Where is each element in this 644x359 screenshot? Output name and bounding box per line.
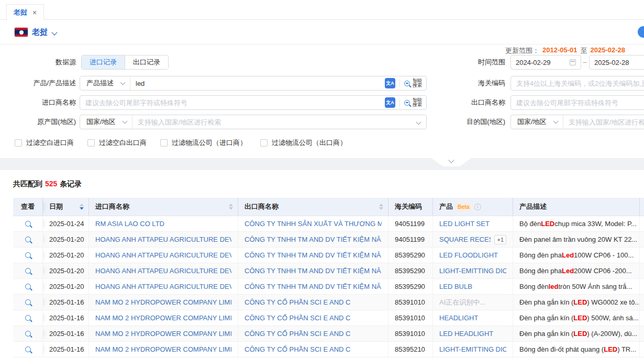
product-link[interactable]: LED FLOODLIGHT [439, 251, 498, 259]
exporter-link[interactable]: CÔNG TY CỔ PHẦN SCI E AND C [245, 330, 351, 338]
view-cell[interactable] [13, 310, 43, 326]
sort-ascending-icon[interactable] [229, 204, 233, 206]
exporter-link[interactable]: CÔNG TY TNHH SẢN XUẤT VÀ THƯƠNG M... [245, 220, 382, 228]
view-magnifier-icon[interactable] [25, 299, 31, 305]
exporter-link[interactable]: CÔNG TY TNHH TM AND DV TIẾT KIỆM NĂ... [245, 251, 382, 259]
product-link[interactable]: LED LIGHT SET [439, 220, 490, 228]
view-cell[interactable] [13, 342, 43, 357]
country-selector[interactable]: 老挝 [32, 27, 48, 37]
product-link[interactable]: SQUARE RECESS... [439, 235, 491, 243]
info-icon[interactable]: i [474, 204, 481, 210]
checkbox-icon[interactable] [87, 139, 95, 147]
column-header-date[interactable]: 日期 [43, 198, 89, 216]
floating-assistant-button[interactable] [638, 26, 644, 38]
checkbox-icon[interactable] [160, 139, 168, 147]
keyword-highlight: Led [562, 267, 574, 275]
product-link[interactable]: HEADLIGHT [439, 314, 478, 322]
view-magnifier-icon[interactable] [25, 237, 31, 242]
destination-country-input[interactable] [563, 115, 644, 129]
exporter-link[interactable]: CÔNG TY TNHH TM AND DV TIẾT KIỆM NĂ... [245, 267, 382, 275]
view-magnifier-icon[interactable] [25, 331, 31, 336]
import-records-button[interactable]: 进口记录 [82, 55, 125, 69]
search-icon [404, 100, 410, 106]
product-type-select[interactable]: 产品描述 [80, 76, 130, 90]
close-icon[interactable]: × [32, 9, 37, 16]
sort-descending-icon[interactable] [80, 207, 84, 210]
sort-ascending-icon[interactable] [379, 204, 383, 206]
importer-link[interactable]: HOANG ANH ATTAPEU AGRICULTURE DEVE... [95, 283, 231, 290]
view-magnifier-icon[interactable] [25, 221, 31, 227]
product-link[interactable]: LED BULB [439, 283, 472, 290]
sort-ascending-icon[interactable] [80, 204, 84, 206]
translate-icon[interactable]: 文A [385, 78, 395, 88]
importer-link[interactable]: NAM MO 2 HYDROPOWER COMPANY LIMI... [95, 298, 231, 306]
product-link[interactable]: LIGHT-EMITTING DIO... [439, 267, 506, 275]
exporter-cell: CÔNG TY CỔ PHẦN SCI E AND C [238, 342, 388, 357]
start-date-picker[interactable]: 2024-02-29 [510, 55, 581, 70]
view-magnifier-icon[interactable] [25, 315, 31, 321]
page-background-strip [0, 158, 644, 170]
product-link[interactable]: LED HEADLIGHT [439, 330, 493, 338]
export-records-button[interactable]: 出口记录 [125, 55, 168, 69]
product-link[interactable]: LIGHT-EMITTING DIO... [439, 345, 506, 353]
sort-control[interactable] [379, 204, 383, 210]
view-cell[interactable] [13, 248, 43, 263]
keyword-highlight: LED [541, 220, 554, 228]
product-cell: HEADLIGHT [433, 310, 513, 326]
importer-link[interactable]: NAM MO 2 HYDROPOWER COMPANY LIMI... [95, 314, 231, 322]
checkbox-filter-blank-exporter[interactable]: 过滤空白出口商 [87, 138, 147, 148]
importer-link[interactable]: NAM MO 2 HYDROPOWER COMPANY LIMI... [95, 345, 231, 353]
importer-link[interactable]: HOANG ANH ATTAPEU AGRICULTURE DEVE... [95, 251, 231, 259]
product-search-input[interactable] [130, 76, 381, 90]
tab-laos[interactable]: 老挝 × [6, 4, 44, 20]
end-date-picker[interactable]: 2025-02-28 [589, 55, 644, 70]
destination-type-select[interactable]: 国家/地区 [511, 115, 563, 129]
checkbox-filter-blank-importer[interactable]: 过滤空白进口商 [15, 138, 74, 148]
importer-link[interactable]: HOANG ANH ATTAPEU AGRICULTURE DEVE... [95, 267, 231, 275]
checkbox-icon[interactable] [260, 139, 268, 147]
exporter-name-input[interactable] [511, 96, 644, 109]
view-cell[interactable] [13, 216, 43, 231]
product-field-group: 产品描述 文A 智能 搜索 [80, 76, 427, 91]
importer-link[interactable]: RM ASIA LAO CO LTD [95, 220, 164, 228]
importer-cell: NAM MO 2 HYDROPOWER COMPANY LIMI... [89, 342, 238, 357]
sort-control[interactable] [80, 204, 84, 210]
exporter-link[interactable]: CÔNG TY CỔ PHẦN SCI E AND C [245, 298, 351, 306]
more-products-badge[interactable]: +1 [494, 235, 506, 244]
keyword-highlight: LED [573, 314, 587, 322]
column-header-importer[interactable]: 进口商名称 [89, 198, 238, 216]
view-magnifier-icon[interactable] [25, 268, 31, 274]
view-cell[interactable] [13, 232, 43, 247]
exporter-link[interactable]: CÔNG TY TNHH TM AND DV TIẾT KIỆM NĂ... [245, 283, 382, 290]
importer-link[interactable]: NAM MO 2 HYDROPOWER COMPANY LIMI... [95, 330, 231, 338]
view-magnifier-icon[interactable] [25, 284, 31, 289]
origin-type-select[interactable]: 国家/地区 [80, 115, 132, 129]
sort-control[interactable] [229, 204, 233, 210]
view-cell[interactable] [13, 326, 43, 341]
sort-descending-icon[interactable] [379, 207, 383, 210]
view-cell[interactable] [13, 263, 43, 278]
exporter-link[interactable]: CÔNG TY TNHH TM AND DV TIẾT KIỆM NĂ... [245, 235, 382, 243]
origin-type-value: 国家/地区 [86, 117, 116, 127]
view-magnifier-icon[interactable] [25, 252, 31, 258]
checkbox-filter-logistics-exporter[interactable]: 过滤物流公司（出口商） [260, 138, 347, 148]
table-row: 2025-01-20HOANG ANH ATTAPEU AGRICULTURE … [13, 279, 644, 295]
sort-descending-icon[interactable] [229, 207, 233, 210]
description-text: ) 500W, ánh sá... [587, 314, 638, 322]
importer-link[interactable]: HOANG ANH ATTAPEU AGRICULTURE DEVE... [95, 235, 231, 243]
checkbox-icon[interactable] [15, 139, 22, 147]
product-description-cell: Bóng đèn led tròn 50W Ánh sáng trắ... [513, 279, 640, 294]
view-magnifier-icon[interactable] [25, 346, 31, 352]
view-cell[interactable] [13, 279, 43, 294]
chevron-down-icon[interactable] [51, 29, 57, 35]
chevron-down-icon [120, 80, 126, 85]
exporter-link[interactable]: CÔNG TY CỔ PHẦN SCI E AND C [245, 345, 351, 353]
translate-icon[interactable]: 文A [385, 97, 395, 108]
view-cell[interactable] [13, 295, 43, 310]
exporter-link[interactable]: CÔNG TY CỔ PHẦN SCI E AND C [245, 314, 351, 322]
importer-name-input[interactable] [80, 96, 381, 109]
hs-code-input[interactable] [511, 76, 644, 90]
checkbox-filter-logistics-importer[interactable]: 过滤物流公司（进口商） [160, 138, 247, 148]
column-header-exporter[interactable]: 出口商名称 [238, 198, 388, 216]
origin-country-input[interactable] [132, 115, 417, 129]
